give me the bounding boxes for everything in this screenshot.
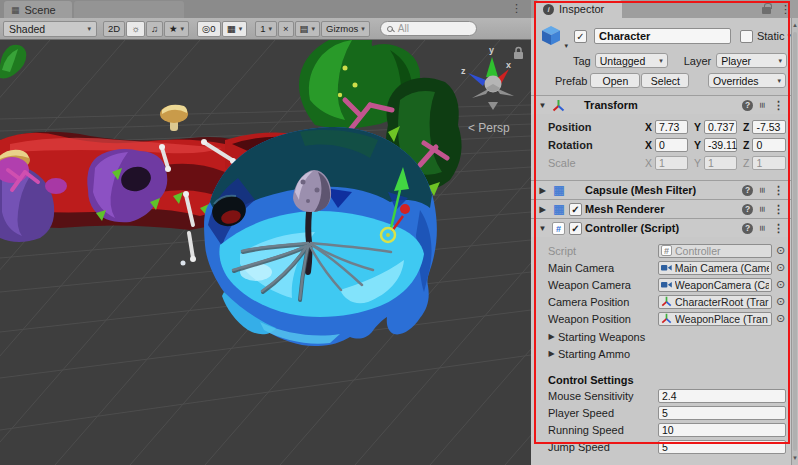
active-checkbox[interactable]: ✓: [574, 30, 587, 43]
kebab-menu-icon[interactable]: ⋮: [773, 184, 784, 197]
grid-visibility-dropdown[interactable]: ▦ ▾: [222, 21, 248, 37]
kebab-menu-icon[interactable]: ⋮: [773, 222, 784, 235]
presets-icon[interactable]: ≡: [757, 222, 768, 234]
position-x-field[interactable]: 7.73: [655, 120, 688, 134]
help-icon[interactable]: ?: [742, 185, 753, 196]
mouse-sensitivity-field[interactable]: 2.4: [658, 389, 786, 403]
main-camera-object-field[interactable]: Main Camera (Came: [658, 261, 772, 275]
transform-header[interactable]: ▼ Transform ? ≡ ⋮: [531, 95, 791, 114]
gizmo-x-handle[interactable]: [400, 204, 410, 214]
rotation-x-field[interactable]: 0: [655, 138, 688, 152]
weapon-position-row: Weapon Position WeaponPlace (Tran ⊙: [531, 311, 791, 326]
gizmos-dropdown[interactable]: Gizmos ▾: [321, 21, 370, 37]
prefab-overrides-dropdown[interactable]: Overrides ▾: [708, 73, 786, 88]
grid-icon: ▦: [227, 23, 236, 34]
rotation-z-field[interactable]: 0: [752, 138, 786, 152]
script-icon: #: [661, 245, 672, 256]
running-speed-field[interactable]: 10: [658, 423, 786, 437]
controller-checkbox[interactable]: ✓: [569, 222, 582, 235]
presets-icon[interactable]: ≡: [757, 203, 768, 215]
scene-visibility-button[interactable]: ◎ 0: [197, 21, 221, 37]
object-picker-icon[interactable]: ⊙: [774, 295, 787, 308]
layer-dropdown[interactable]: Player ▾: [716, 53, 787, 68]
player-speed-field[interactable]: 5: [658, 406, 786, 420]
inspector-menu-icon[interactable]: ⋮: [780, 3, 791, 16]
chevron-down-icon: ▾: [778, 57, 782, 65]
mesh-filter-header[interactable]: ▶ ▦ Capsule (Mesh Filter) ? ≡ ⋮: [531, 180, 791, 199]
foldout-icon[interactable]: ▶: [536, 186, 549, 195]
object-picker-icon[interactable]: ⊙: [774, 312, 787, 325]
object-picker-icon[interactable]: ⊙: [774, 278, 787, 291]
chevron-down-icon: ▾: [564, 42, 568, 50]
foldout-icon[interactable]: ▶: [536, 205, 549, 214]
help-icon[interactable]: ?: [742, 223, 753, 234]
scale-x-field[interactable]: 1: [655, 156, 688, 170]
help-icon[interactable]: ?: [742, 204, 753, 215]
camera-icon: [661, 280, 672, 289]
inspector-scrollbar[interactable]: ▲ ▼: [791, 18, 798, 465]
transform-icon: [661, 296, 672, 307]
lighting-toggle-button[interactable]: ☼: [126, 21, 145, 37]
script-label: Script: [548, 245, 658, 257]
mesh-renderer-checkbox[interactable]: ✓: [569, 203, 582, 216]
transform-icon: [552, 99, 565, 112]
position-y-field[interactable]: 0.737: [704, 120, 737, 134]
presets-icon[interactable]: ≡: [757, 99, 768, 111]
gameobject-icon[interactable]: ▾: [540, 24, 562, 48]
jump-speed-field[interactable]: 5: [658, 440, 786, 454]
snap-toggle-button[interactable]: ×: [278, 21, 294, 37]
scale-y-field[interactable]: 1: [704, 156, 737, 170]
controller-header[interactable]: ▼ # ✓ Controller (Script) ? ≡ ⋮: [531, 218, 791, 237]
weapon-camera-object-field[interactable]: WeaponCamera (Ca: [658, 278, 772, 292]
weapon-position-object-field[interactable]: WeaponPlace (Tran: [658, 312, 772, 326]
tab-inspector[interactable]: i Inspector: [536, 0, 622, 18]
help-icon[interactable]: ?: [742, 100, 753, 111]
layer-label: Layer: [684, 55, 712, 67]
projection-label[interactable]: < Persp: [468, 121, 510, 135]
starting-ammo-foldout[interactable]: ▶ Starting Ammo: [531, 346, 791, 361]
mesh-renderer-icon: ▦: [552, 202, 566, 216]
scene-view-panel: ▦ Scene ⋮ Shaded ▾ 2D ☼ ♫ ★ ▾ ◎ 0: [0, 0, 531, 465]
presets-icon[interactable]: ≡: [757, 184, 768, 196]
control-settings-title: Control Settings: [531, 374, 791, 386]
position-z-field[interactable]: -7.53: [752, 120, 786, 134]
effects-dropdown-button[interactable]: ★ ▾: [164, 21, 189, 37]
scale-z-field[interactable]: 1: [752, 156, 786, 170]
starting-weapons-foldout[interactable]: ▶ Starting Weapons: [531, 329, 791, 344]
lock-icon[interactable]: [762, 7, 771, 14]
scene-search-input[interactable]: All: [380, 21, 477, 36]
rotation-y-field[interactable]: -39.11: [704, 138, 737, 152]
foldout-icon: ▶: [545, 332, 558, 341]
script-row: Script # Controller ⊙: [531, 243, 791, 258]
script-object-field[interactable]: # Controller: [658, 244, 772, 258]
scale-row: Scale X1 Y1 Z1: [531, 155, 791, 170]
camera-position-object-field[interactable]: CharacterRoot (Trar: [658, 295, 772, 309]
scroll-down-icon[interactable]: ▼: [792, 455, 798, 461]
foldout-icon[interactable]: ▼: [536, 101, 549, 110]
foldout-icon[interactable]: ▼: [536, 224, 549, 233]
draw-mode-dropdown[interactable]: Shaded ▾: [3, 21, 97, 37]
object-picker-icon[interactable]: ⊙: [774, 261, 787, 274]
scroll-up-icon[interactable]: ▲: [792, 22, 798, 28]
camera-position-row: Camera Position CharacterRoot (Trar ⊙: [531, 294, 791, 309]
name-field[interactable]: Character: [594, 28, 731, 44]
kebab-menu-icon[interactable]: ⋮: [773, 99, 784, 112]
scrollbar-thumb[interactable]: [793, 32, 797, 451]
eye-icon: ◎: [202, 23, 210, 34]
scene-menu-icon[interactable]: ⋮: [511, 2, 522, 15]
scene-canvas[interactable]: y x z < Persp: [0, 40, 531, 465]
position-row: Position X7.73 Y0.737 Z-7.53: [531, 119, 791, 134]
controller-body: Script # Controller ⊙ Main Camera Main C…: [531, 237, 791, 460]
mesh-renderer-header[interactable]: ▶ ▦ ✓ Mesh Renderer ? ≡ ⋮: [531, 199, 791, 218]
audio-toggle-button[interactable]: ♫: [146, 21, 163, 37]
static-checkbox[interactable]: [740, 30, 753, 43]
camera-settings-dropdown[interactable]: ▤ ▾: [295, 21, 321, 37]
tag-dropdown[interactable]: Untagged ▾: [595, 53, 668, 68]
prefab-open-button[interactable]: Open: [590, 73, 640, 88]
snap-increment-dropdown[interactable]: 1 ▾: [255, 21, 277, 37]
object-picker-icon[interactable]: ⊙: [774, 244, 787, 257]
prefab-select-button[interactable]: Select: [641, 73, 689, 88]
kebab-menu-icon[interactable]: ⋮: [773, 203, 784, 216]
2d-toggle-button[interactable]: 2D: [103, 21, 125, 37]
tab-scene[interactable]: ▦ Scene: [4, 1, 72, 18]
